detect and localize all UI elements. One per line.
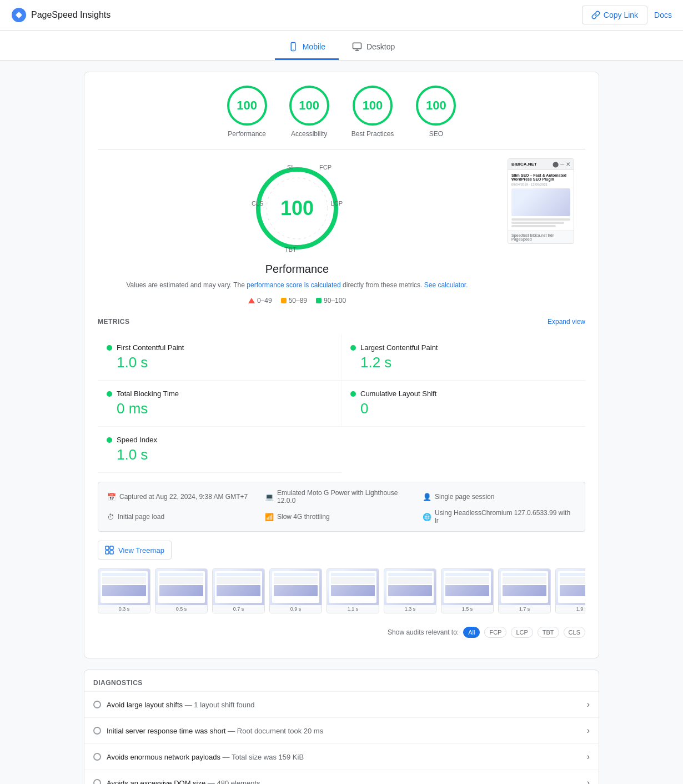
diagnostic-detail-2: — Total size was 159 KiB bbox=[223, 753, 304, 761]
diagnostic-circle-3 bbox=[93, 779, 101, 784]
metric-lcp-name: Largest Contentful Paint bbox=[360, 343, 438, 352]
metric-lcp-dot bbox=[350, 345, 356, 351]
filmstrip-inner-header-4 bbox=[331, 573, 375, 576]
score-label-best-practices: Best Practices bbox=[351, 130, 394, 138]
capture-text-5: Using HeadlessChromium 127.0.6533.99 wit… bbox=[435, 509, 576, 525]
score-card: 100 Performance 100 Accessibility 100 Be… bbox=[84, 72, 599, 658]
screenshot-image bbox=[511, 188, 570, 216]
diagnostic-item-2[interactable]: Avoids enormous network payloads — Total… bbox=[84, 743, 599, 770]
tab-desktop[interactable]: Desktop bbox=[339, 35, 408, 60]
filmstrip-inner-8 bbox=[558, 571, 585, 603]
diagnostic-circle-0 bbox=[93, 701, 101, 708]
filmstrip-inner-img-8 bbox=[560, 585, 585, 596]
filmstrip-inner-img-7 bbox=[503, 585, 546, 596]
screenshot-caption: Speedtest bibica.net trên PageSpeed bbox=[508, 231, 574, 243]
diagnostic-left-1: Initial server response time was short —… bbox=[93, 727, 323, 735]
filmstrip-inner-img-6 bbox=[445, 585, 489, 596]
metric-tbt-value: 0 ms bbox=[117, 400, 332, 417]
tab-mobile[interactable]: Mobile bbox=[275, 35, 339, 60]
expand-view-button[interactable]: Expand view bbox=[548, 318, 585, 326]
diagnostic-item-1[interactable]: Initial server response time was short —… bbox=[84, 717, 599, 743]
docs-button[interactable]: Docs bbox=[654, 11, 672, 19]
diagnostic-text-1: Initial server response time was short —… bbox=[107, 727, 323, 735]
screenshot-area: BIBICA.NET ⬤ ─ ✕ Slim SEO – Fast & Autom… bbox=[508, 158, 585, 244]
filmstrip-frame-8: 1.9 s bbox=[555, 568, 585, 613]
see-calculator-link[interactable]: See calculator. bbox=[424, 281, 468, 289]
metric-cls: Cumulative Layout Shift 0 bbox=[342, 381, 585, 427]
svg-rect-11 bbox=[110, 546, 113, 550]
filmstrip-inner-2 bbox=[215, 571, 262, 603]
score-circle-seo: 100 bbox=[416, 86, 456, 126]
text-line-2 bbox=[511, 222, 564, 224]
filter-label: Show audits relevant to: bbox=[388, 628, 459, 636]
chevron-down-icon-3: › bbox=[587, 778, 590, 784]
filmstrip-inner-1 bbox=[158, 571, 205, 603]
metric-si: Speed Index 1.0 s bbox=[98, 427, 342, 473]
screenshot-heading: Slim SEO – Fast & Automated WordPress SE… bbox=[511, 173, 570, 181]
filmstrip-inner-header-7 bbox=[503, 573, 546, 576]
diagnostic-item-3[interactable]: Avoids an excessive DOM size — 480 eleme… bbox=[84, 770, 599, 784]
filmstrip-caption-6: 1.5 s bbox=[441, 605, 493, 613]
filmstrip-inner-3 bbox=[272, 571, 319, 603]
logo: PageSpeed Insights bbox=[11, 7, 111, 23]
filmstrip-inner-header-6 bbox=[445, 573, 489, 576]
filter-lcp[interactable]: LCP bbox=[511, 627, 533, 638]
filmstrip-caption-1: 0.5 s bbox=[155, 605, 207, 613]
perf-score-link[interactable]: performance score is calculated bbox=[247, 281, 340, 289]
globe-icon: 🌐 bbox=[423, 513, 431, 521]
screenshot-body: Slim SEO – Fast & Automated WordPress SE… bbox=[508, 170, 574, 231]
gauge-label-cls: CLS bbox=[252, 200, 263, 207]
legend-red: 0–49 bbox=[248, 297, 272, 304]
filmstrip-caption-2: 0.7 s bbox=[213, 605, 264, 613]
gauge-label-tbt: TBT bbox=[285, 246, 297, 253]
metric-si-value: 1.0 s bbox=[117, 446, 333, 463]
svg-point-1 bbox=[17, 13, 21, 17]
metric-lcp-value: 1.2 s bbox=[360, 354, 576, 371]
filmstrip-frame-7: 1.7 s bbox=[498, 568, 551, 613]
legend-green-label: 90–100 bbox=[324, 297, 346, 304]
metric-fcp-value: 1.0 s bbox=[117, 354, 332, 371]
filmstrip: 0.3 s 0.5 s 0.7 s 0.9 s bbox=[98, 568, 585, 618]
capture-item-1: 💻 Emulated Moto G Power with Lighthouse … bbox=[265, 489, 418, 505]
capture-item-3: ⏱ Initial page load bbox=[107, 509, 260, 525]
gauge-container: SI FCP CLS LCP TBT 100 bbox=[247, 158, 347, 258]
capture-item-0: 📅 Captured at Aug 22, 2024, 9:38 AM GMT+… bbox=[107, 489, 260, 505]
filmstrip-inner-img-3 bbox=[274, 585, 318, 596]
text-line-3 bbox=[511, 225, 556, 227]
metric-fcp: First Contentful Paint 1.0 s bbox=[98, 334, 342, 381]
legend-red-icon bbox=[248, 298, 255, 303]
diagnostics-section: DIAGNOSTICS Avoid large layout shifts — … bbox=[84, 670, 599, 784]
metric-cls-value: 0 bbox=[360, 400, 576, 417]
diagnostic-item-0[interactable]: Avoid large layout shifts — 1 layout shi… bbox=[84, 691, 599, 717]
copy-link-button[interactable]: Copy Link bbox=[582, 6, 647, 24]
logo-icon bbox=[11, 7, 27, 23]
diagnostic-left-2: Avoids enormous network payloads — Total… bbox=[93, 753, 304, 761]
tab-desktop-label: Desktop bbox=[366, 42, 395, 51]
metric-tbt-name: Total Blocking Time bbox=[117, 389, 179, 398]
legend-orange-icon bbox=[281, 298, 287, 303]
capture-text-3: Initial page load bbox=[118, 513, 164, 521]
text-line-1 bbox=[511, 218, 570, 221]
mobile-icon bbox=[288, 42, 298, 52]
legend-orange-label: 50–89 bbox=[289, 297, 307, 304]
legend-green-icon bbox=[316, 298, 322, 303]
svg-rect-13 bbox=[110, 551, 113, 554]
filmstrip-inner-header-0 bbox=[102, 573, 146, 576]
filter-cls[interactable]: CLS bbox=[564, 627, 585, 638]
filmstrip-frame-5: 1.3 s bbox=[384, 568, 436, 613]
filter-fcp[interactable]: FCP bbox=[484, 627, 506, 638]
metric-lcp-name-row: Largest Contentful Paint bbox=[350, 343, 576, 352]
diagnostic-circle-1 bbox=[93, 727, 101, 735]
filmstrip-inner-img-0 bbox=[102, 585, 146, 596]
treemap-button[interactable]: View Treemap bbox=[98, 541, 172, 560]
metric-cls-name: Cumulative Layout Shift bbox=[360, 389, 436, 398]
chevron-down-icon-1: › bbox=[587, 726, 590, 736]
filter-all[interactable]: All bbox=[463, 627, 480, 638]
filmstrip-caption-4: 1.1 s bbox=[327, 605, 379, 613]
filmstrip-inner-body-5 bbox=[388, 577, 432, 584]
filmstrip-frame-2: 0.7 s bbox=[212, 568, 265, 613]
filmstrip-caption-3: 0.9 s bbox=[270, 605, 322, 613]
diagnostic-text-3: Avoids an excessive DOM size — 480 eleme… bbox=[107, 779, 260, 785]
screenshot-site: BIBICA.NET bbox=[511, 162, 537, 167]
filter-tbt[interactable]: TBT bbox=[538, 627, 559, 638]
